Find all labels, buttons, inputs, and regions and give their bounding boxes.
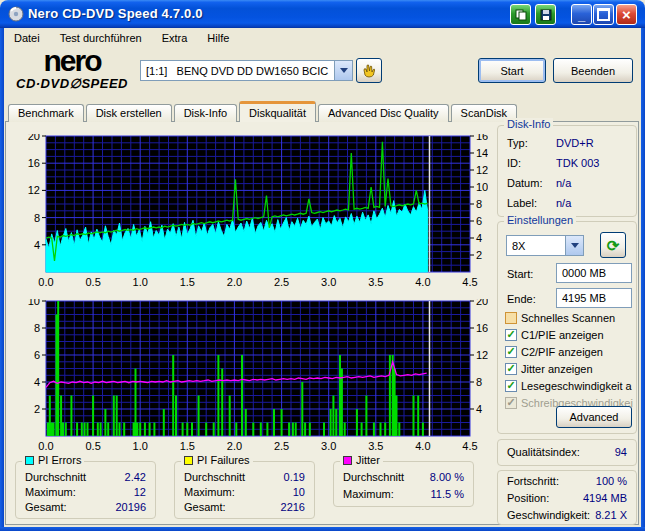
disk-info-row: Label:n/a bbox=[498, 197, 636, 209]
speed-select-value: 8X bbox=[507, 240, 565, 252]
pi-failures-stats-title: PI Failures bbox=[197, 454, 250, 466]
menu-extra[interactable]: Extra bbox=[162, 32, 188, 44]
svg-text:2.5: 2.5 bbox=[274, 276, 289, 288]
tab-label: Disk erstellen bbox=[96, 107, 162, 119]
tab-benchmark[interactable]: Benchmark bbox=[8, 104, 84, 122]
menu-test-durchfuehren[interactable]: Test durchführen bbox=[60, 32, 142, 44]
disk-info-row: Datum:n/a bbox=[498, 177, 636, 189]
disk-info-group: Disk-Info Typ:DVD+R ID:TDK 003 Datum:n/a… bbox=[497, 125, 637, 217]
svg-text:20: 20 bbox=[28, 134, 40, 142]
checkbox-c2-pif[interactable]: ✓C2/PIF anzeigen bbox=[505, 344, 603, 359]
checkbox-box: ✓ bbox=[505, 346, 517, 358]
svg-text:4: 4 bbox=[34, 239, 40, 251]
disk-type-label: Typ: bbox=[498, 137, 528, 149]
disk-info-row: Typ:DVD+R bbox=[498, 137, 636, 149]
maximize-icon bbox=[597, 8, 610, 21]
drive-select[interactable]: [1:1] BENQ DVD DD DW1650 BCIC bbox=[140, 60, 353, 81]
svg-text:4.5: 4.5 bbox=[462, 276, 477, 288]
menu-hilfe[interactable]: Hilfe bbox=[207, 32, 229, 44]
eject-tray-button[interactable] bbox=[356, 58, 382, 83]
svg-text:0.5: 0.5 bbox=[85, 276, 100, 288]
scan-end-input[interactable]: 4195 MB bbox=[556, 288, 632, 308]
settings-title: Einstellungen bbox=[504, 214, 576, 226]
stat-label: Gesamt: bbox=[16, 501, 67, 513]
advanced-button[interactable]: Advanced bbox=[556, 406, 632, 428]
svg-text:4: 4 bbox=[476, 403, 482, 415]
tab-advanced-disc-quality[interactable]: Advanced Disc Quality bbox=[318, 104, 449, 122]
scan-start-input[interactable]: 0000 MB bbox=[556, 263, 632, 283]
pi-errors-stats-box: PI Errors Durchschnitt2.42 Maximum:12 Ge… bbox=[15, 461, 156, 519]
stat-value: 10 bbox=[293, 486, 314, 498]
svg-text:4.5: 4.5 bbox=[462, 440, 477, 452]
stat-value: 0.19 bbox=[284, 471, 314, 483]
quit-button[interactable]: Beenden bbox=[553, 58, 633, 83]
save-button[interactable] bbox=[535, 4, 556, 25]
menu-datei[interactable]: Datei bbox=[14, 32, 40, 44]
scan-start-label: Start: bbox=[498, 268, 533, 280]
tab-disk-info[interactable]: Disk-Info bbox=[174, 104, 237, 122]
scan-start-value: 0000 MB bbox=[562, 267, 606, 279]
position-label: Position: bbox=[498, 492, 549, 504]
svg-text:3.5: 3.5 bbox=[368, 440, 383, 452]
tab-diskqualitaet[interactable]: Diskqualität bbox=[239, 101, 316, 122]
jitter-legend-swatch bbox=[343, 456, 352, 465]
checkbox-schnelles-scannen[interactable]: Schnelles Scannen bbox=[505, 310, 615, 325]
svg-text:10: 10 bbox=[28, 299, 40, 307]
minimize-icon: _ bbox=[578, 9, 585, 22]
copy-button[interactable] bbox=[510, 4, 531, 25]
checkbox-jitter[interactable]: ✓Jitter anzeigen bbox=[505, 361, 593, 376]
quality-index-value: 94 bbox=[615, 446, 636, 458]
jitter-stats-box: Jitter Durchschnitt8.00 % Maximum:11.5 % bbox=[333, 461, 474, 507]
quit-button-label: Beenden bbox=[571, 65, 615, 77]
drive-select-dropdown-button[interactable] bbox=[334, 61, 352, 80]
checkbox-c1-pie[interactable]: ✓C1/PIE anzeigen bbox=[505, 327, 604, 342]
nero-logo-wordmark: nero bbox=[12, 46, 132, 76]
stat-label: Durchschnitt bbox=[334, 471, 404, 483]
chevron-down-icon bbox=[340, 68, 348, 73]
stat-label: Maximum: bbox=[175, 486, 235, 498]
close-button[interactable]: × bbox=[616, 4, 637, 25]
speed-select[interactable]: 8X bbox=[506, 235, 584, 256]
quality-index-box: Qualitätsindex: 94 bbox=[497, 439, 637, 466]
disk-label-label: Label: bbox=[498, 197, 537, 209]
advanced-button-label: Advanced bbox=[570, 411, 619, 423]
maximize-button[interactable] bbox=[593, 4, 614, 25]
svg-text:4.0: 4.0 bbox=[415, 440, 430, 452]
disk-date-value: n/a bbox=[556, 177, 571, 189]
stat-label: Maximum: bbox=[16, 486, 76, 498]
scan-end-label: Ende: bbox=[498, 293, 536, 305]
speed-select-dropdown-button[interactable] bbox=[565, 236, 583, 255]
scan-end-value: 4195 MB bbox=[562, 292, 606, 304]
window-border-bottom bbox=[0, 527, 645, 531]
svg-text:2.5: 2.5 bbox=[274, 440, 289, 452]
checkbox-label: C1/PIE anzeigen bbox=[521, 329, 604, 341]
save-icon bbox=[540, 9, 552, 21]
svg-text:2: 2 bbox=[476, 249, 482, 261]
speed-value: 8.21 X bbox=[595, 509, 636, 521]
checkbox-lesegeschwindigkeit[interactable]: ✓Lesegeschwindigkeit a bbox=[505, 378, 632, 393]
svg-text:6: 6 bbox=[476, 215, 482, 227]
stat-label: Durchschnitt bbox=[175, 471, 245, 483]
pi-errors-legend-swatch bbox=[25, 456, 34, 465]
svg-text:1.0: 1.0 bbox=[133, 440, 148, 452]
pi-failures-legend-swatch bbox=[184, 456, 193, 465]
settings-group: Einstellungen 8X ⟳ Start: 0000 MB Ende: … bbox=[497, 221, 637, 434]
cd-dvd-speed-logo: CD·DVD∅SPEED bbox=[12, 77, 132, 90]
window-border-right bbox=[641, 28, 645, 531]
svg-text:12: 12 bbox=[476, 349, 488, 361]
jitter-stats-title: Jitter bbox=[356, 454, 380, 466]
refresh-button[interactable]: ⟳ bbox=[600, 232, 626, 258]
svg-text:6: 6 bbox=[34, 349, 40, 361]
disk-type-value: DVD+R bbox=[556, 137, 594, 149]
chevron-down-icon bbox=[571, 243, 579, 248]
minimize-button[interactable]: _ bbox=[571, 4, 592, 25]
app-disc-icon bbox=[8, 6, 24, 22]
start-button[interactable]: Start bbox=[478, 58, 546, 83]
progress-label: Fortschritt: bbox=[498, 475, 559, 487]
tab-disk-erstellen[interactable]: Disk erstellen bbox=[86, 104, 172, 122]
title-bar[interactable]: Nero CD-DVD Speed 4.7.0.0 _ × bbox=[0, 0, 645, 28]
disk-info-row: ID:TDK 003 bbox=[498, 157, 636, 169]
checkbox-box: ✓ bbox=[505, 363, 517, 375]
refresh-icon: ⟳ bbox=[607, 238, 620, 253]
svg-text:16: 16 bbox=[28, 157, 40, 169]
